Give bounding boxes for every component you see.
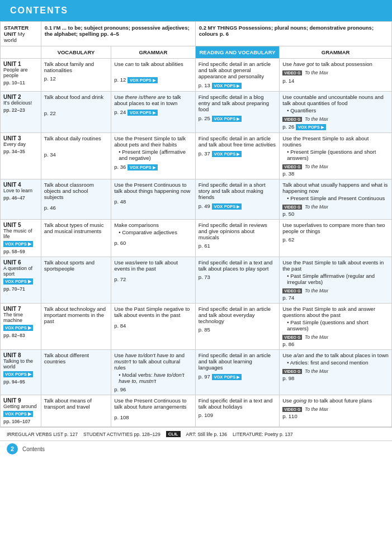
irregular-verbs-link: IRREGULAR VERBS LIST p. 127	[7, 432, 78, 437]
page-header: CONTENTS	[0, 0, 392, 21]
unit-7-video-tag: VIDEO G	[282, 335, 302, 340]
unit-8-row: UNIT 8 Talking to the world VOX POPS ▶ p…	[1, 350, 392, 395]
unit-6-grammar2: Use the Past Simple to talk about events…	[280, 257, 392, 304]
unit-2-reading: Find specific detail in a blog entry and…	[195, 92, 280, 133]
unit-6-row: UNIT 6 A question of sport VOX POPS ▶ pp…	[1, 257, 392, 304]
unit-6-vox-pops: VOX POPS ▶	[3, 278, 33, 285]
unit-1-grammar2: Use have got to talk about possession VI…	[280, 59, 392, 92]
unit-2-row: UNIT 2 It's delicious! pp. 22–23 Talk ab…	[1, 92, 392, 133]
unit-3-grammar2: Use the Present Simple to ask about rout…	[280, 133, 392, 179]
unit-9-video-tag: VIDEO G	[282, 407, 302, 412]
unit-8-vox-pops: VOX POPS ▶	[3, 371, 33, 377]
unit-3-row: UNIT 3 Every day pp. 34–35 Talk about da…	[1, 133, 392, 179]
unit-5-label: UNIT 5 The music of life VOX POPS ▶ pp. …	[1, 220, 41, 257]
unit-1-label: UNIT 1 People are people pp. 10–11	[1, 59, 41, 92]
unit-5-row: UNIT 5 The music of life VOX POPS ▶ pp. …	[1, 220, 392, 257]
unit-2-grammar: Use there is/there are to talk about pla…	[111, 92, 196, 133]
page-footer: 2 Contents	[0, 440, 392, 457]
unit-6-label: UNIT 6 A question of sport VOX POPS ▶ pp…	[1, 257, 41, 304]
unit-6-video-tag: VIDEO G	[282, 288, 302, 293]
unit-6-reading: Find specific detail in a text and talk …	[195, 257, 280, 304]
unit-1-vox-pops: VOX POPS	[127, 77, 158, 83]
unit-7-row: UNIT 7 The time machine VOX POPS ▶ pp. 8…	[1, 304, 392, 350]
unit-8-grammar2: Use a/an and the to talk about places in…	[280, 350, 392, 395]
literature-link: LITERATURE: Poetry p. 137	[233, 432, 293, 437]
col-header-vocab: VOCABULARY	[41, 46, 111, 59]
unit-4-grammar2: Talk about what usually happens and what…	[280, 179, 392, 220]
starter-unit-row: STARTER UNIT My world 0.1 I'M ... to be;…	[1, 22, 392, 46]
unit-7-label: UNIT 7 The time machine VOX POPS ▶ pp. 8…	[1, 304, 41, 350]
unit-1-reading-vox: VOX POPS	[212, 83, 242, 89]
art-link: ART: Still life p. 136	[186, 432, 228, 437]
unit-7-vocab: Talk about technology and important mome…	[41, 304, 111, 350]
unit-1-reading: Find specific detail in an article and t…	[195, 59, 280, 92]
unit-9-row: UNIT 9 Getting around VOX POPS ▶ pp. 106…	[1, 395, 392, 427]
unit-1-vocab: Talk about family and nationalities p. 1…	[41, 59, 111, 92]
unit-3-grammar: Use the Present Simple to talk about pet…	[111, 133, 196, 179]
col-header-unit	[1, 46, 41, 59]
unit-3-label: UNIT 3 Every day pp. 34–35	[1, 133, 41, 179]
starter-unit-label: STARTER UNIT My world	[1, 22, 41, 46]
unit-2-video-tag: VIDEO G	[282, 117, 302, 122]
unit-4-vocab: Talk about classroom objects and school …	[41, 179, 111, 220]
unit-8-grammar: Use have to/don't have to and mustn't to…	[111, 350, 196, 395]
footer-bar: IRREGULAR VERBS LIST p. 127 STUDENT ACTI…	[0, 427, 392, 440]
unit-2-grammar2-vox: VOX POPS	[296, 124, 326, 130]
column-header-row: VOCABULARY GRAMMAR READING and VOCABULAR…	[1, 46, 392, 59]
unit-9-label: UNIT 9 Getting around VOX POPS ▶ pp. 106…	[1, 395, 41, 427]
unit-9-reading: Find specific detail in a text and talk …	[195, 395, 280, 427]
clil-badge: CLIL	[166, 431, 181, 437]
starter-unit-col2: 0.2 MY THINGS Possessions; plural nouns;…	[195, 22, 391, 46]
unit-2-label: UNIT 2 It's delicious! pp. 22–23	[1, 92, 41, 133]
unit-8-video-tag: VIDEO G	[282, 369, 302, 374]
col-header-grammar2: GRAMMAR	[280, 46, 392, 59]
unit-2-grammar2: Use countable and uncountable nouns and …	[280, 92, 392, 133]
unit-8-vocab: Talk about different countries	[41, 350, 111, 395]
unit-5-grammar: Make comparisons Comparative adjectives …	[111, 220, 196, 257]
unit-1-video-tag: VIDEO G	[282, 70, 302, 75]
page-footer-label: Contents	[22, 446, 45, 452]
unit-7-grammar: Use the Past Simple negative to talk abo…	[111, 304, 196, 350]
col-header-reading: READING and VOCABULARY	[195, 46, 280, 59]
unit-7-grammar2: Use the Past Simple to ask and answer qu…	[280, 304, 392, 350]
unit-5-vox-pops: VOX POPS ▶	[3, 241, 33, 247]
unit-4-grammar: Use the Present Continuous to talk about…	[111, 179, 196, 220]
unit-8-reading: Find specific detail in an article and t…	[195, 350, 280, 395]
unit-2-vocab: Talk about food and drink p. 22	[41, 92, 111, 133]
unit-7-reading: Find specific detail in an article and t…	[195, 304, 280, 350]
unit-3-vocab: Talk about daily routines p. 34	[41, 133, 111, 179]
col-header-grammar1: GRAMMAR	[111, 46, 196, 59]
unit-9-vocab: Talk about means of transport and travel	[41, 395, 111, 427]
unit-8-label: UNIT 8 Talking to the world VOX POPS ▶ p…	[1, 350, 41, 395]
unit-5-grammar2: Use superlatives to compare more than tw…	[280, 220, 392, 257]
contents-table: STARTER UNIT My world 0.1 I'M ... to be;…	[0, 21, 392, 427]
student-activities-link: STUDENT ACTIVITIES pp. 128–129	[83, 432, 160, 437]
unit-9-grammar: Use the Present Continuous to talk about…	[111, 395, 196, 427]
unit-2-vox-pops: VOX POPS	[127, 110, 158, 116]
unit-1-grammar: Use can to talk about abilities p. 12 VO…	[111, 59, 196, 92]
unit-7-vox-pops: VOX POPS ▶	[3, 325, 33, 331]
unit-4-reading: Find specific detail in a short story an…	[195, 179, 280, 220]
page-title: CONTENTS	[10, 6, 382, 16]
unit-9-grammar2: Use going to to talk about future plans …	[280, 395, 392, 427]
starter-unit-col1: 0.1 I'M ... to be; subject pronouns; pos…	[41, 22, 195, 46]
page-number-circle: 2	[7, 443, 18, 454]
unit-6-vocab: Talk about sports and sportspeople	[41, 257, 111, 304]
unit-1-row: UNIT 1 People are people pp. 10–11 Talk …	[1, 59, 392, 92]
unit-9-vox-pops: VOX POPS ▶	[3, 411, 33, 417]
unit-2-reading-vox: VOX POPS	[212, 116, 242, 122]
unit-6-grammar: Use was/were to talk about events in the…	[111, 257, 196, 304]
unit-8-reading-vox: VOX POPS	[212, 374, 242, 380]
unit-3-reading: Find specific detail in an article and t…	[195, 133, 280, 179]
unit-4-label: UNIT 4 Love to learn pp. 46–47	[1, 179, 41, 220]
unit-4-reading-vox: VOX POPS	[212, 203, 242, 210]
unit-4-row: UNIT 4 Love to learn pp. 46–47 Talk abou…	[1, 179, 392, 220]
unit-3-video-tag: VIDEO G	[282, 164, 302, 169]
unit-3-vox-pops: VOX POPS	[127, 164, 158, 170]
unit-5-vocab: Talk about types of music and musical in…	[41, 220, 111, 257]
unit-3-reading-vox: VOX POPS	[212, 151, 242, 157]
unit-5-reading: Find specific detail in reviews and give…	[195, 220, 280, 257]
unit-4-video-tag: VIDEO G	[282, 205, 302, 210]
